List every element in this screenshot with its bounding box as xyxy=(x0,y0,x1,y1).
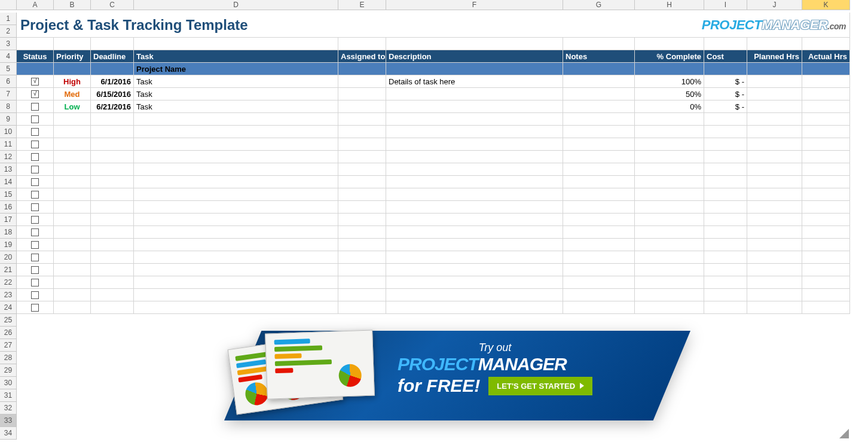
column-label-status[interactable]: Status xyxy=(17,50,54,63)
cell[interactable] xyxy=(91,38,134,50)
checkbox-icon[interactable] xyxy=(31,178,39,186)
row-header[interactable]: 27 xyxy=(0,339,17,352)
cell[interactable] xyxy=(704,239,747,251)
priority-cell[interactable]: Low xyxy=(54,100,91,113)
cell[interactable] xyxy=(54,377,91,389)
row-header[interactable]: 1 xyxy=(0,13,17,25)
description-cell[interactable] xyxy=(386,100,563,113)
cell[interactable] xyxy=(802,151,850,163)
cell[interactable] xyxy=(54,214,91,226)
cell[interactable] xyxy=(802,176,850,188)
cell[interactable] xyxy=(386,226,563,239)
cell[interactable] xyxy=(802,201,850,214)
cell[interactable] xyxy=(747,163,802,176)
column-header[interactable]: G xyxy=(563,0,635,10)
cell[interactable] xyxy=(386,38,563,50)
cell[interactable] xyxy=(747,176,802,188)
cell[interactable] xyxy=(802,138,850,151)
cell[interactable] xyxy=(134,214,338,226)
cell[interactable] xyxy=(704,113,747,126)
checkbox-icon[interactable] xyxy=(31,141,39,148)
row-header[interactable]: 12 xyxy=(0,151,17,163)
cell[interactable] xyxy=(563,138,635,151)
cell[interactable] xyxy=(704,301,747,314)
cell[interactable] xyxy=(704,188,747,201)
cell[interactable] xyxy=(704,427,747,440)
row-header[interactable]: 2 xyxy=(0,25,17,38)
cell[interactable] xyxy=(747,188,802,201)
status-cell[interactable] xyxy=(17,276,54,289)
cell[interactable] xyxy=(563,251,635,264)
cell[interactable] xyxy=(386,126,563,138)
column-label-pct[interactable]: % Complete xyxy=(635,50,704,63)
column-label-assigned[interactable]: Assigned to: xyxy=(338,50,386,63)
row-header[interactable]: 34 xyxy=(0,427,17,440)
cell[interactable] xyxy=(802,163,850,176)
status-cell[interactable] xyxy=(17,251,54,264)
column-header[interactable]: H xyxy=(635,0,704,10)
cell[interactable] xyxy=(747,201,802,214)
task-cell[interactable]: Task xyxy=(134,75,338,88)
cell[interactable] xyxy=(704,251,747,264)
cell[interactable] xyxy=(635,113,704,126)
cell[interactable] xyxy=(747,239,802,251)
cost-cell[interactable]: $ - xyxy=(704,88,747,100)
row-header[interactable]: 16 xyxy=(0,201,17,214)
cell[interactable] xyxy=(747,327,802,339)
cell[interactable] xyxy=(704,226,747,239)
cell[interactable] xyxy=(54,176,91,188)
cell[interactable] xyxy=(134,226,338,239)
cell[interactable] xyxy=(747,377,802,389)
title-row[interactable]: Project & Task Tracking TemplatePROJECTM… xyxy=(17,13,850,38)
row-header[interactable]: 18 xyxy=(0,226,17,239)
cell[interactable] xyxy=(747,352,802,364)
cell[interactable] xyxy=(91,201,134,214)
cell[interactable] xyxy=(704,314,747,327)
cell[interactable] xyxy=(704,38,747,50)
cell[interactable] xyxy=(563,201,635,214)
cell[interactable] xyxy=(386,63,563,75)
cell[interactable] xyxy=(802,239,850,251)
cell[interactable] xyxy=(91,427,134,440)
cell[interactable] xyxy=(635,314,704,327)
cell[interactable] xyxy=(54,352,91,364)
actual-cell[interactable] xyxy=(802,88,850,100)
cell[interactable] xyxy=(134,289,338,301)
column-header[interactable]: A xyxy=(17,0,54,10)
cell[interactable] xyxy=(747,427,802,440)
row-header[interactable]: 17 xyxy=(0,214,17,226)
pct-cell[interactable]: 0% xyxy=(635,100,704,113)
cell[interactable] xyxy=(747,314,802,327)
cell[interactable] xyxy=(54,414,91,427)
cell[interactable] xyxy=(563,239,635,251)
task-cell[interactable]: Task xyxy=(134,100,338,113)
cell[interactable] xyxy=(635,226,704,239)
cell[interactable] xyxy=(802,214,850,226)
cell[interactable] xyxy=(17,377,54,389)
cell[interactable] xyxy=(802,339,850,352)
column-label-task[interactable]: Task xyxy=(134,50,338,63)
cell[interactable] xyxy=(91,151,134,163)
cell[interactable] xyxy=(747,339,802,352)
row-header[interactable]: 22 xyxy=(0,276,17,289)
cell[interactable] xyxy=(386,314,563,327)
cell[interactable] xyxy=(338,289,386,301)
cell[interactable] xyxy=(54,339,91,352)
checkbox-icon[interactable] xyxy=(31,291,39,299)
checkbox-icon[interactable] xyxy=(31,279,39,286)
cell[interactable] xyxy=(704,63,747,75)
cell[interactable] xyxy=(563,113,635,126)
cell[interactable] xyxy=(802,63,850,75)
cell[interactable] xyxy=(134,239,338,251)
cell[interactable] xyxy=(54,113,91,126)
row-header[interactable]: 25 xyxy=(0,314,17,327)
row-header[interactable]: 26 xyxy=(0,327,17,339)
cell[interactable] xyxy=(91,364,134,377)
cell[interactable] xyxy=(386,239,563,251)
cell[interactable] xyxy=(563,264,635,276)
checkbox-icon[interactable] xyxy=(31,203,39,211)
row-header[interactable]: 21 xyxy=(0,264,17,276)
cell[interactable] xyxy=(704,327,747,339)
cell[interactable] xyxy=(802,38,850,50)
cell[interactable] xyxy=(17,38,54,50)
